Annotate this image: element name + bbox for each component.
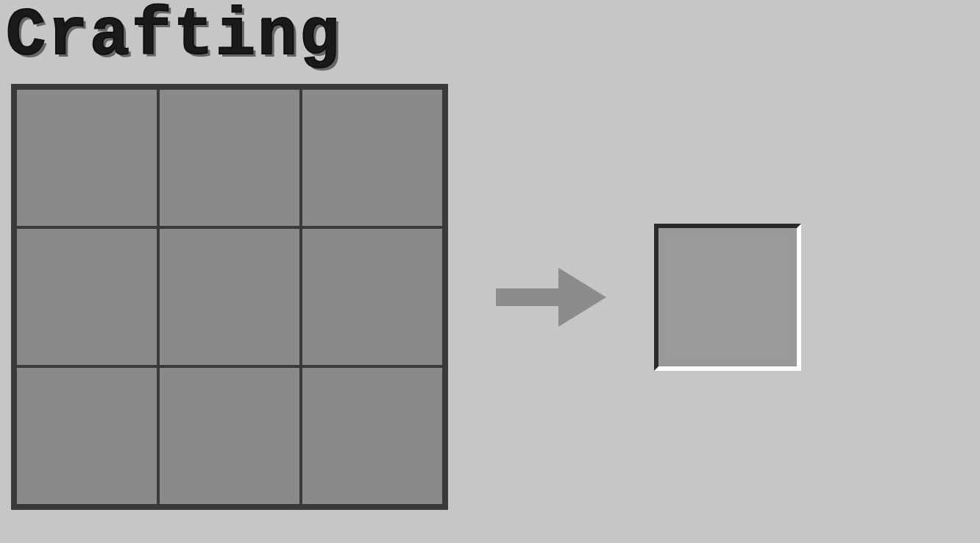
grid-cell-8[interactable] xyxy=(302,368,442,504)
svg-marker-1 xyxy=(558,268,606,327)
grid-cell-6[interactable] xyxy=(17,368,157,504)
grid-cell-5[interactable] xyxy=(302,229,442,365)
grid-cell-7[interactable] xyxy=(160,368,299,504)
grid-cell-3[interactable] xyxy=(17,229,157,365)
crafting-title-text: Crafting xyxy=(6,0,341,74)
grid-cell-2[interactable] xyxy=(302,90,442,226)
crafting-arrow xyxy=(492,268,610,327)
result-slot-container xyxy=(654,224,801,371)
crafting-ui xyxy=(11,84,801,510)
result-slot[interactable] xyxy=(654,224,801,371)
crafting-grid xyxy=(11,84,448,510)
crafting-title: Crafting xyxy=(6,3,341,69)
grid-cell-1[interactable] xyxy=(160,90,299,226)
svg-rect-0 xyxy=(496,288,562,306)
arrow-right-icon xyxy=(496,268,606,327)
grid-cell-4[interactable] xyxy=(160,229,299,365)
grid-cell-0[interactable] xyxy=(17,90,157,226)
